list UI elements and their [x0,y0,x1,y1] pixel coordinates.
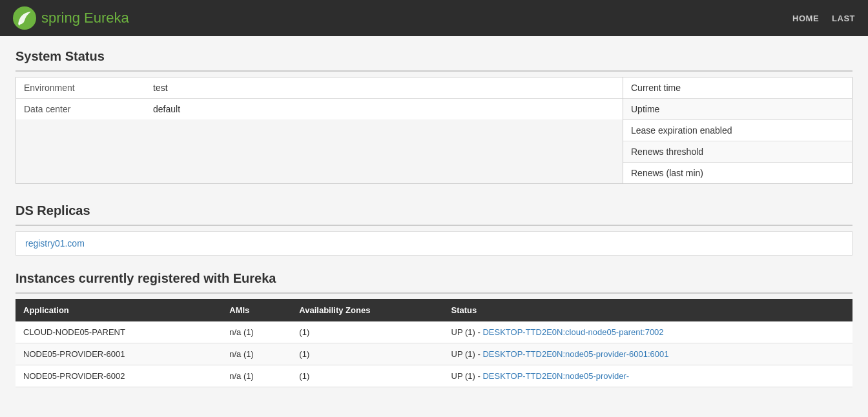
cell-amis: n/a (1) [222,343,291,365]
cell-availability-zones: (1) [291,365,443,387]
status-link[interactable]: DESKTOP-TTD2E0N:node05-provider-6001:600… [482,349,668,359]
nav: HOME LAST [792,14,855,23]
dc-label: Data center [16,99,145,119]
status-row-datacenter: Data center default [16,99,623,119]
table-row: CLOUD-NODE05-PARENTn/a (1)(1)UP (1) - DE… [16,321,852,343]
cell-availability-zones: (1) [291,343,443,365]
header-title: spring Eureka [41,10,129,26]
cell-amis: n/a (1) [222,365,291,387]
ds-replicas-section: DS Replicas registry01.com [16,203,852,256]
system-status-divider [16,70,852,72]
status-up-text: UP (1) - [451,327,483,337]
status-row-environment: Environment test [16,77,623,99]
env-value: test [145,77,623,98]
env-label: Environment [16,77,145,98]
cell-application: NODE05-PROVIDER-6002 [16,365,222,387]
uptime-label: Uptime [631,104,659,114]
instances-divider [16,292,852,294]
system-status-title: System Status [16,49,852,64]
nav-home[interactable]: HOME [792,14,819,23]
status-up-text: UP (1) - [451,371,483,381]
status-right-panel: Current time Uptime Lease expiration ena… [623,77,852,184]
eureka-text: Eureka [84,10,129,26]
system-status-section: System Status Environment test Data cent… [16,49,852,184]
replica-box: registry01.com [16,231,852,256]
nav-last[interactable]: LAST [832,14,855,23]
system-status-table: Environment test Data center default Cur… [16,77,852,184]
right-row-renews-last-min: Renews (last min) [623,163,852,183]
status-link[interactable]: DESKTOP-TTD2E0N:cloud-node05-parent:7002 [482,327,663,337]
status-left-panel: Environment test Data center default [16,77,623,184]
instances-title: Instances currently registered with Eure… [16,271,852,286]
cell-status: UP (1) - DESKTOP-TTD2E0N:cloud-node05-pa… [444,321,852,343]
status-link[interactable]: DESKTOP-TTD2E0N:node05-provider- [482,371,629,381]
right-row-lease-expiration: Lease expiration enabled [623,120,852,141]
right-row-renews-threshold: Renews threshold [623,141,852,163]
status-up-text: UP (1) - [451,349,483,359]
main-content: System Status Environment test Data cent… [0,36,868,400]
instances-table-header-row: Application AMIs Availability Zones Stat… [16,299,852,321]
col-amis: AMIs [222,299,291,321]
ds-replicas-divider [16,225,852,226]
cell-status: UP (1) - DESKTOP-TTD2E0N:node05-provider… [444,343,852,365]
table-row: NODE05-PROVIDER-6001n/a (1)(1)UP (1) - D… [16,343,852,365]
logo: spring Eureka [13,6,129,30]
dc-value: default [145,99,623,119]
renews-threshold-label: Renews threshold [631,147,703,157]
replica-link[interactable]: registry01.com [25,238,85,249]
col-status: Status [444,299,852,321]
right-row-uptime: Uptime [623,99,852,120]
col-application: Application [16,299,222,321]
spring-logo-icon [13,6,36,30]
cell-status: UP (1) - DESKTOP-TTD2E0N:node05-provider… [444,365,852,387]
cell-availability-zones: (1) [291,321,443,343]
current-time-label: Current time [631,83,681,93]
ds-replicas-title: DS Replicas [16,203,852,218]
table-row: NODE05-PROVIDER-6002n/a (1)(1)UP (1) - D… [16,365,852,387]
instances-section: Instances currently registered with Eure… [16,271,852,387]
header: spring Eureka HOME LAST [0,0,868,36]
col-availability-zones: Availability Zones [291,299,443,321]
renews-last-min-label: Renews (last min) [631,168,703,178]
lease-label: Lease expiration enabled [631,125,732,136]
instances-table: Application AMIs Availability Zones Stat… [16,299,852,387]
instances-tbody: CLOUD-NODE05-PARENTn/a (1)(1)UP (1) - DE… [16,321,852,387]
spring-text: spring [41,10,80,26]
cell-amis: n/a (1) [222,321,291,343]
right-row-current-time: Current time [623,77,852,99]
cell-application: CLOUD-NODE05-PARENT [16,321,222,343]
cell-application: NODE05-PROVIDER-6001 [16,343,222,365]
